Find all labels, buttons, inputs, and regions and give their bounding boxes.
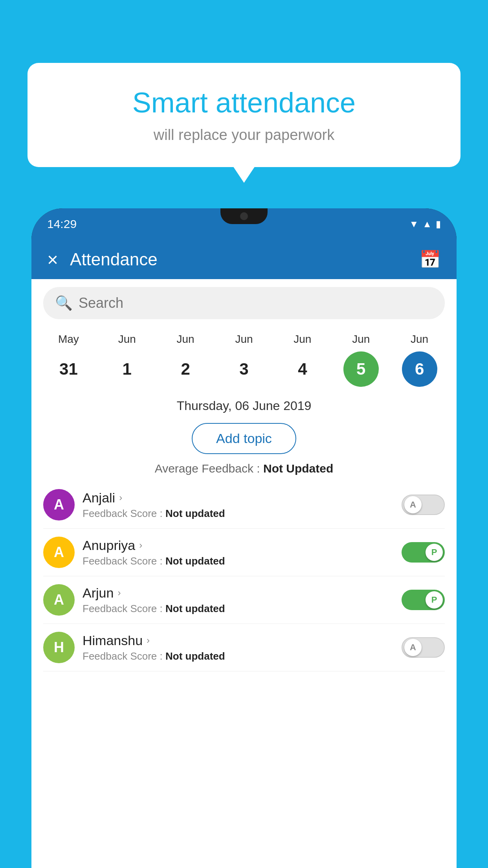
wifi-icon: ▼ [409, 219, 418, 230]
search-bar[interactable]: 🔍 [43, 287, 445, 319]
date-number[interactable]: 1 [109, 351, 145, 387]
phone-frame: 14:29 ▼ ▲ ▮ × Attendance 📅 🔍 MayJunJunJu… [31, 208, 457, 868]
phone-notch [220, 208, 268, 224]
student-info[interactable]: Anupriya›Feedback Score : Not updated [83, 538, 394, 567]
student-row: AAnupriya›Feedback Score : Not updatedP [43, 529, 445, 576]
battery-icon: ▮ [436, 219, 441, 230]
date-months: MayJunJunJunJunJunJun [39, 331, 449, 348]
date-number[interactable]: 4 [285, 351, 320, 387]
date-number[interactable]: 31 [51, 351, 86, 387]
month-label: Jun [98, 331, 156, 348]
avatar: A [43, 537, 75, 568]
attendance-toggle[interactable]: P [402, 590, 445, 610]
avatar: A [43, 489, 75, 520]
chevron-icon: › [119, 492, 122, 503]
bubble-title: Smart attendance [59, 86, 429, 119]
student-row: AArjun›Feedback Score : Not updatedP [43, 576, 445, 624]
month-label: Jun [273, 331, 332, 348]
bubble-subtitle: will replace your paperwork [59, 127, 429, 143]
chevron-icon: › [147, 635, 150, 646]
student-row: HHimanshu›Feedback Score : Not updatedA [43, 624, 445, 671]
status-icons: ▼ ▲ ▮ [409, 219, 441, 230]
phone-screen: 🔍 MayJunJunJunJunJunJun 31123456 Thursda… [31, 279, 457, 868]
status-bar: 14:29 ▼ ▲ ▮ [31, 208, 457, 240]
date-number[interactable]: 3 [226, 351, 262, 387]
search-input[interactable] [79, 295, 433, 311]
student-name[interactable]: Anupriya› [83, 538, 394, 553]
month-label: Jun [390, 331, 449, 348]
student-name[interactable]: Arjun› [83, 585, 394, 601]
search-icon: 🔍 [55, 295, 73, 311]
student-score: Feedback Score : Not updated [83, 555, 394, 567]
camera [240, 212, 248, 220]
chevron-icon: › [117, 587, 121, 598]
avatar: A [43, 584, 75, 616]
month-label: Jun [156, 331, 215, 348]
calendar-icon[interactable]: 📅 [419, 249, 441, 270]
app-bar: × Attendance 📅 [31, 240, 457, 279]
attendance-toggle[interactable]: P [402, 542, 445, 563]
avg-feedback-value: Not Updated [263, 462, 333, 475]
student-info[interactable]: Anjali›Feedback Score : Not updated [83, 490, 394, 520]
chevron-icon: › [139, 540, 142, 551]
month-label: Jun [215, 331, 273, 348]
student-row: AAnjali›Feedback Score : Not updatedA [43, 481, 445, 529]
month-label: May [39, 331, 98, 348]
avg-feedback: Average Feedback : Not Updated [31, 460, 457, 481]
attendance-toggle[interactable]: A [402, 637, 445, 658]
student-score: Feedback Score : Not updated [83, 650, 394, 662]
date-number[interactable]: 2 [168, 351, 203, 387]
student-info[interactable]: Himanshu›Feedback Score : Not updated [83, 633, 394, 662]
student-score: Feedback Score : Not updated [83, 603, 394, 615]
avatar: H [43, 632, 75, 663]
close-button[interactable]: × [47, 249, 58, 270]
student-info[interactable]: Arjun›Feedback Score : Not updated [83, 585, 394, 615]
app-title: Attendance [70, 250, 419, 269]
speech-bubble: Smart attendance will replace your paper… [28, 63, 460, 167]
status-time: 14:29 [47, 217, 77, 231]
date-number[interactable]: 5 [343, 351, 379, 387]
date-number[interactable]: 6 [402, 351, 437, 387]
student-name[interactable]: Himanshu› [83, 633, 394, 648]
date-selector: MayJunJunJunJunJunJun 31123456 [31, 327, 457, 391]
student-score: Feedback Score : Not updated [83, 508, 394, 520]
selected-date-info: Thursday, 06 June 2019 [31, 391, 457, 417]
speech-bubble-container: Smart attendance will replace your paper… [28, 63, 460, 167]
month-label: Jun [332, 331, 390, 348]
student-list: AAnjali›Feedback Score : Not updatedAAAn… [31, 481, 457, 671]
date-numbers: 31123456 [39, 351, 449, 387]
signal-icon: ▲ [422, 219, 432, 230]
attendance-toggle[interactable]: A [402, 495, 445, 515]
student-name[interactable]: Anjali› [83, 490, 394, 506]
avg-feedback-label: Average Feedback : [155, 462, 260, 475]
add-topic-button[interactable]: Add topic [192, 423, 296, 454]
